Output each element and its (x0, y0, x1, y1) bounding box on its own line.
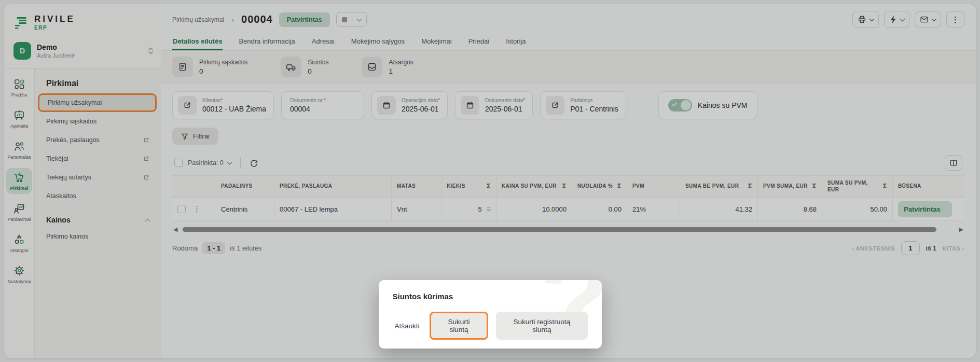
modal-actions: Atšaukti Sukurti siuntą Sukurti registru… (379, 301, 602, 340)
create-shipment-button[interactable]: Sukurti siuntą (430, 312, 489, 340)
screen: RIVILE ERP D Demo Aušra Juodienė (0, 0, 980, 362)
cancel-button[interactable]: Atšaukti (393, 317, 422, 335)
siuntos-kurimas-modal: ? Siuntos kūrimas Atšaukti Sukurti siunt… (379, 280, 602, 349)
modal-title: Siuntos kūrimas (379, 280, 602, 301)
create-registered-shipment-button[interactable]: Sukurti registruotą siuntą (496, 312, 587, 340)
